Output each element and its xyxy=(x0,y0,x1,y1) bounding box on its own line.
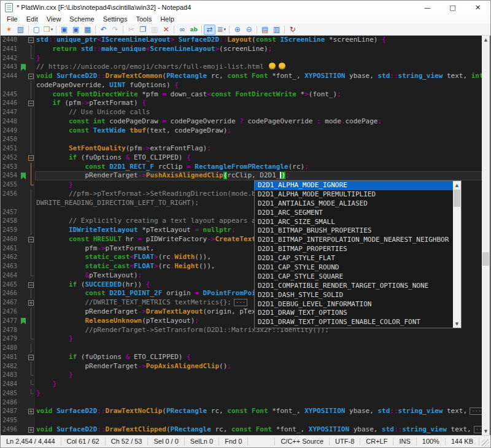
fold-margin[interactable] xyxy=(27,262,35,271)
code-row[interactable]: 2482 pRenderTarget->PopAxisAlignedClip()… xyxy=(1,362,482,371)
code-row[interactable]: 2484 } xyxy=(1,380,482,389)
bookmark-margin[interactable] xyxy=(20,353,27,362)
status-segment-right-4[interactable]: 100% xyxy=(417,438,446,446)
line-number[interactable]: 2482 xyxy=(1,362,20,371)
line-number[interactable]: 2450 xyxy=(1,135,20,144)
fold-margin[interactable] xyxy=(27,235,35,244)
line-number[interactable]: 2461 xyxy=(1,244,20,253)
fold-open-icon[interactable] xyxy=(28,37,34,43)
line-number[interactable]: 2444 xyxy=(1,72,20,81)
bookmark-margin[interactable] xyxy=(20,344,27,353)
new-file-button[interactable]: ▢ xyxy=(31,25,42,35)
fold-margin[interactable] xyxy=(27,317,35,326)
bookmark-margin[interactable] xyxy=(20,235,27,244)
zoom-in-button[interactable]: ⊕ xyxy=(231,25,243,35)
line-number[interactable]: 2452 xyxy=(1,153,20,163)
fold-margin[interactable] xyxy=(27,380,35,389)
scrollbar-thumb[interactable] xyxy=(482,252,489,266)
code-editor[interactable]: 2440std::unique_ptr<IScreenLineLayout> S… xyxy=(1,36,490,435)
fold-collapsed-icon[interactable] xyxy=(28,409,34,414)
code-row[interactable]: 2480 xyxy=(1,344,482,353)
line-number[interactable]: 2487 xyxy=(1,407,20,416)
line-number[interactable]: 2463 xyxy=(1,262,20,271)
line-number[interactable]: 2453 xyxy=(1,163,20,172)
line-number[interactable]: 2458 xyxy=(1,217,20,226)
autocomplete-item[interactable]: D2D1_DRAW_TEXT_OPTIONS xyxy=(255,309,453,318)
bookmark-margin[interactable] xyxy=(20,253,27,262)
code-row[interactable]: 2446 if (pfm->pTextFormat) { xyxy=(1,99,482,108)
status-segment-left-5[interactable]: Fnd 0 xyxy=(219,438,248,446)
line-number[interactable]: 2476 xyxy=(1,307,20,317)
bookmark-margin[interactable] xyxy=(20,153,27,163)
fold-collapsed-icon[interactable] xyxy=(28,427,34,433)
bookmark-margin[interactable] xyxy=(20,171,27,180)
minimize-button[interactable]: — xyxy=(415,1,440,14)
line-number[interactable]: 2457 xyxy=(1,208,20,217)
line-number[interactable]: 2464 xyxy=(1,271,20,280)
fold-margin[interactable] xyxy=(27,126,35,136)
line-number[interactable]: 2495 xyxy=(1,416,20,425)
status-segment-left-0[interactable]: Ln 2,454 / 4,444 xyxy=(1,438,61,446)
bookmark-margin[interactable] xyxy=(20,380,27,389)
undo-button[interactable]: ↶ xyxy=(98,25,109,35)
editor-scrollbar[interactable]: ▲ ▼ xyxy=(482,36,490,435)
status-segment-left-2[interactable]: Ch 52 / 53 xyxy=(106,438,149,446)
autocomplete-item[interactable]: D2D1_DEBUG_LEVEL_INFORMATION xyxy=(255,300,453,309)
fold-open-icon[interactable] xyxy=(28,355,34,360)
code-row[interactable]: 2447 // Use Unicode calls xyxy=(1,108,482,117)
line-number[interactable]: 2445 xyxy=(1,90,20,99)
scrollbar-up-icon[interactable]: ▲ xyxy=(482,36,490,44)
fold-margin[interactable] xyxy=(27,90,35,99)
status-segment-left-3[interactable]: Sel 0 / 0 xyxy=(148,438,184,446)
line-number[interactable]: 2456 xyxy=(1,190,20,199)
menu-item-scheme[interactable]: Scheme xyxy=(65,14,98,24)
scroll-down-icon[interactable]: ▼ xyxy=(453,320,461,328)
fold-margin[interactable] xyxy=(27,326,35,335)
code-row[interactable]: 2496void SurfaceD2D::DrawTextClipped(PRe… xyxy=(1,425,482,434)
fold-margin[interactable] xyxy=(27,307,35,317)
copy-button[interactable]: ❐ xyxy=(137,25,149,35)
bookmark-margin[interactable] xyxy=(20,180,27,190)
line-number[interactable]: 2485 xyxy=(1,389,20,398)
code-row[interactable]: 2486 xyxy=(1,398,482,407)
bookmark-margin[interactable] xyxy=(20,126,27,136)
bookmark-margin[interactable] xyxy=(20,117,27,126)
bookmark-margin[interactable] xyxy=(20,425,27,434)
line-number[interactable]: 2496 xyxy=(1,425,20,434)
autocomplete-item[interactable]: D2D1_ANTIALIAS_MODE_ALIASED xyxy=(255,199,453,209)
menu-item-settings[interactable]: Settings xyxy=(99,14,132,24)
bookmark-margin[interactable] xyxy=(20,144,27,153)
status-segment-right-3[interactable]: INS xyxy=(393,438,416,446)
bookmark-margin[interactable] xyxy=(20,63,27,72)
line-number[interactable]: 2460 xyxy=(1,235,20,244)
autocomplete-item[interactable]: D2D1_ARC_SIZE_SMALL xyxy=(255,218,453,227)
code-row[interactable]: 2495 xyxy=(1,416,482,425)
fold-margin[interactable] xyxy=(27,389,35,398)
menu-item-view[interactable]: View xyxy=(42,14,66,24)
autocomplete-item[interactable]: D2D1_ALPHA_MODE_PREMULTIPLIED xyxy=(255,190,453,199)
code-row[interactable]: 2442} xyxy=(1,54,482,63)
fold-margin[interactable] xyxy=(27,398,35,407)
line-number[interactable]: 2466 xyxy=(1,289,20,298)
dropdown-arrow-icon[interactable]: ▾ xyxy=(51,27,53,32)
fold-margin[interactable] xyxy=(27,180,35,190)
code-row[interactable]: 2440std::unique_ptr<IScreenLineLayout> S… xyxy=(1,36,482,45)
bookmark-margin[interactable] xyxy=(20,54,27,63)
scroll-up-icon[interactable]: ▲ xyxy=(453,181,461,189)
line-number[interactable]: 2484 xyxy=(1,380,20,389)
bookmark-margin[interactable] xyxy=(20,108,27,117)
bookmark-margin[interactable] xyxy=(20,199,27,208)
line-number[interactable]: 2483 xyxy=(1,371,20,380)
bookmark-margin[interactable] xyxy=(20,90,27,99)
line-number[interactable]: 2441 xyxy=(1,45,20,54)
menu-item-edit[interactable]: Edit xyxy=(22,14,42,24)
bookmark-margin[interactable] xyxy=(20,317,27,326)
code-row[interactable]: 2479 } xyxy=(1,334,482,344)
code-row[interactable]: codePageOverride, UINT fuOptions) { xyxy=(1,81,482,90)
bookmark-margin[interactable] xyxy=(20,81,27,90)
line-number[interactable]: 2448 xyxy=(1,117,20,126)
fold-margin[interactable] xyxy=(27,54,35,63)
save-as-button[interactable]: ▣ xyxy=(70,25,82,35)
autocomplete-item[interactable]: D2D1_DASH_STYLE_SOLID xyxy=(255,291,453,300)
delete-button[interactable]: ✕ xyxy=(160,25,172,35)
